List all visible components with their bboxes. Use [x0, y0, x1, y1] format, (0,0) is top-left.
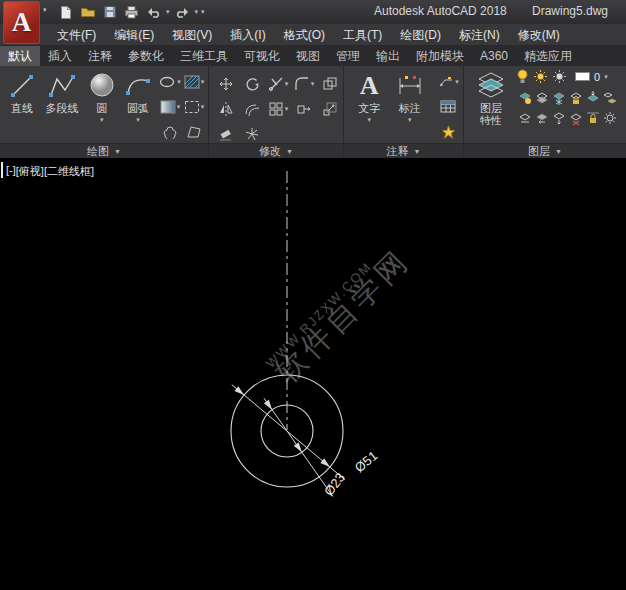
sun-icon[interactable]	[533, 69, 548, 84]
text-button[interactable]: A 文字 ▾	[352, 69, 387, 126]
modify-panel-expand-arrow[interactable]: ▼	[286, 148, 293, 155]
undo-button[interactable]	[144, 3, 163, 22]
menu-draw[interactable]: 绘图(D)	[391, 24, 450, 46]
viewport-visual-style-control[interactable]: [二维线框]	[44, 164, 94, 179]
trim-dropdown-arrow[interactable]: ▾	[285, 80, 289, 88]
match-layer-button[interactable]	[601, 88, 618, 108]
draw-panel-footer[interactable]: 绘图 ▼	[0, 143, 208, 158]
application-menu-button[interactable]: A	[3, 1, 40, 44]
ellipse-button[interactable]: ▾	[158, 69, 182, 94]
viewport-menu-control[interactable]: [-]	[6, 164, 16, 179]
fillet-button[interactable]: ▾	[291, 71, 317, 96]
circle-dropdown-arrow[interactable]: ▾	[100, 114, 104, 126]
menu-dimension[interactable]: 标注(N)	[450, 24, 509, 46]
tab-annotate[interactable]: 注释	[80, 46, 120, 66]
tab-parametric[interactable]: 参数化	[120, 46, 172, 66]
menu-format[interactable]: 格式(O)	[275, 24, 334, 46]
boundary-button[interactable]: ▾	[182, 94, 206, 119]
save-button[interactable]	[100, 3, 119, 22]
menu-edit[interactable]: 编辑(E)	[105, 24, 163, 46]
layer-merge-button[interactable]	[550, 108, 567, 128]
bulb-icon[interactable]	[516, 69, 529, 84]
array-button[interactable]: ▾	[265, 96, 291, 121]
scale-button[interactable]	[317, 96, 343, 121]
layer-settings-button[interactable]	[601, 108, 618, 128]
trim-button[interactable]: ▾	[265, 71, 291, 96]
new-file-button[interactable]	[56, 3, 75, 22]
line-button[interactable]: 直线	[4, 69, 40, 114]
lock-fade-button[interactable]	[584, 108, 601, 128]
layer-isolate-button[interactable]	[533, 88, 550, 108]
model-space-canvas[interactable]: [-] [俯视] [二维线框] 软件自学网 WWW.RJZXW.COM Ø51	[0, 158, 626, 590]
mirror-button[interactable]	[213, 96, 239, 121]
make-current-button[interactable]	[584, 88, 601, 108]
arc-dropdown-arrow[interactable]: ▾	[136, 114, 140, 126]
circle-button[interactable]: 圆 ▾	[84, 69, 120, 126]
tab-visualize[interactable]: 可视化	[236, 46, 288, 66]
layers-panel-footer[interactable]: 图层 ▼	[464, 143, 626, 158]
ellipse-dropdown-arrow[interactable]: ▾	[177, 78, 181, 86]
menu-insert[interactable]: 插入(I)	[221, 24, 274, 46]
layer-properties-button[interactable]: 图层 特性	[470, 69, 512, 126]
viewport-view-control[interactable]: [俯视]	[16, 164, 44, 179]
stretch-button[interactable]	[291, 96, 317, 121]
hatch-button[interactable]: ▾	[182, 69, 206, 94]
tab-add-ins[interactable]: 附加模块	[408, 46, 472, 66]
tab-default[interactable]: 默认	[0, 46, 40, 66]
markup-button[interactable]	[435, 119, 461, 144]
hatch-dropdown-arrow[interactable]: ▾	[201, 78, 205, 86]
menu-tools[interactable]: 工具(T)	[334, 24, 391, 46]
tab-output[interactable]: 输出	[368, 46, 408, 66]
layer-dropdown-arrow[interactable]: ▾	[604, 73, 608, 81]
modify-panel-footer[interactable]: 修改 ▼	[209, 143, 343, 158]
layer-lock-button[interactable]	[567, 88, 584, 108]
dimension-outer[interactable]: Ø51	[232, 385, 381, 480]
wipeout-button[interactable]	[182, 119, 206, 144]
redo-dropdown-arrow[interactable]: ▾	[195, 8, 199, 16]
layer-freeze-button[interactable]	[550, 88, 567, 108]
open-file-button[interactable]	[78, 3, 97, 22]
rotate-button[interactable]	[239, 71, 265, 96]
layer-selector[interactable]: 0 ▾	[575, 71, 608, 83]
layer-walk-button[interactable]	[516, 108, 533, 128]
application-menu-arrow[interactable]: ▾	[43, 6, 47, 14]
array-dropdown-arrow[interactable]: ▾	[285, 105, 289, 113]
tab-a360[interactable]: A360	[472, 46, 516, 66]
text-dropdown-arrow[interactable]: ▾	[367, 114, 371, 126]
move-button[interactable]	[213, 71, 239, 96]
annotation-sun-icon[interactable]	[552, 69, 567, 84]
tab-insert[interactable]: 插入	[40, 46, 80, 66]
tab-manage[interactable]: 管理	[328, 46, 368, 66]
dimension-dropdown-arrow[interactable]: ▾	[408, 114, 412, 126]
undo-dropdown-arrow[interactable]: ▾	[166, 8, 170, 16]
tab-view[interactable]: 视图	[288, 46, 328, 66]
plot-button[interactable]	[122, 3, 141, 22]
revision-cloud-button[interactable]	[158, 119, 182, 144]
annotate-panel-expand-arrow[interactable]: ▼	[414, 148, 421, 155]
polyline-button[interactable]: 多段线	[40, 69, 84, 114]
leader-dropdown-arrow[interactable]: ▾	[455, 78, 459, 86]
table-button[interactable]	[435, 94, 461, 119]
redo-button[interactable]	[173, 3, 192, 22]
offset-button[interactable]	[239, 96, 265, 121]
dimension-button[interactable]: 标注 ▾	[393, 69, 428, 126]
gradient-dropdown-arrow[interactable]: ▾	[177, 103, 181, 111]
gradient-button[interactable]: ▾	[158, 94, 182, 119]
leader-button[interactable]: ▾	[435, 69, 461, 94]
tab-3d-tools[interactable]: 三维工具	[172, 46, 236, 66]
layers-panel-expand-arrow[interactable]: ▼	[555, 148, 562, 155]
boundary-dropdown-arrow[interactable]: ▾	[201, 103, 205, 111]
layer-previous-button[interactable]	[533, 108, 550, 128]
draw-panel-expand-arrow[interactable]: ▼	[114, 148, 121, 155]
arc-button[interactable]: 圆弧 ▾	[120, 69, 156, 126]
tab-featured-apps[interactable]: 精选应用	[516, 46, 580, 66]
menu-file[interactable]: 文件(F)	[48, 24, 105, 46]
menu-view[interactable]: 视图(V)	[163, 24, 221, 46]
menu-modify[interactable]: 修改(M)	[509, 24, 569, 46]
qat-customize-arrow[interactable]: ▾	[201, 8, 205, 16]
fillet-dropdown-arrow[interactable]: ▾	[311, 80, 315, 88]
layer-delete-button[interactable]	[567, 108, 584, 128]
layer-off-button[interactable]	[516, 88, 533, 108]
annotate-panel-footer[interactable]: 注释 ▼	[344, 143, 463, 158]
copy-button[interactable]	[317, 71, 343, 96]
